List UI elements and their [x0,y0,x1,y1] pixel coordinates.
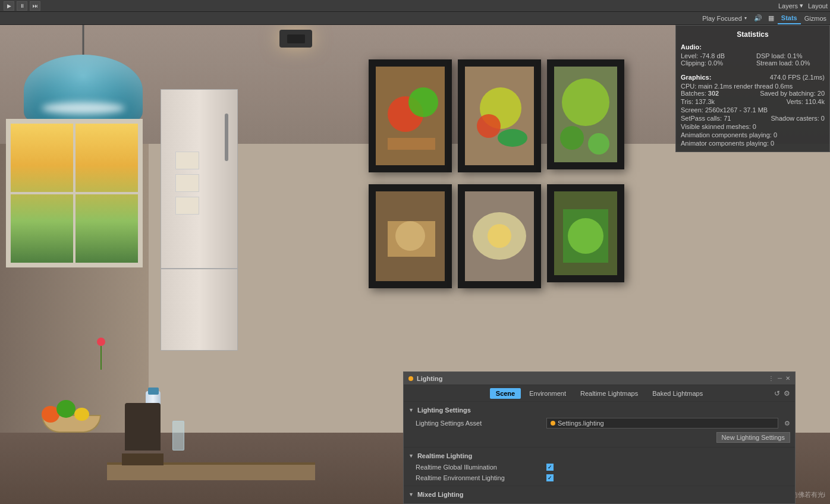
photo-frame-5 [458,184,541,288]
layers-dropdown[interactable]: Layers ▾ [778,2,803,10]
glass [172,421,184,451]
tab-baked-lightmaps[interactable]: Baked Lightmaps [646,388,709,399]
batches-value: 302 [708,90,719,97]
layers-label: Layers [778,2,798,10]
svg-point-14 [395,221,425,251]
realtime-gi-label: Realtime Global Illumination [416,464,546,471]
audio-dsp-load: DSP load: 0.1% [756,52,825,59]
play-focused-button[interactable]: Play Focused ▾ [697,12,752,24]
mixed-lighting-header[interactable]: ▼ Mixed Lighting [408,489,790,500]
titlebar-menu-icon[interactable]: ⋮ [768,375,774,382]
new-lighting-settings-row: New Lighting Settings [408,430,790,445]
fruit-bowl [36,397,107,433]
realtime-env-lighting-label: Realtime Environment Lighting [416,474,546,481]
fridge-magnets [173,149,225,238]
layers-dropdown-arrow: ▾ [800,2,803,10]
realtime-gi-checkbox[interactable]: ✓ [546,464,554,471]
stats-label: Stats [781,14,797,21]
screen-label: Screen: 2560x1267 - 37.1 MB [681,106,825,114]
tab-environment[interactable]: Environment [523,388,572,399]
batches-label: Batches: 302 [681,90,719,97]
mixed-lighting-section: ▼ Mixed Lighting [404,486,795,503]
svg-rect-3 [388,138,435,150]
gizmos-label: Gizmos [804,15,826,22]
tabs-refresh-icon[interactable]: ↺ [774,389,780,398]
realtime-env-lighting-row: Realtime Environment Lighting ✓ [408,472,790,483]
shadow-casters-label: Shadow casters: 0 [771,115,825,122]
titlebar-minimize-icon[interactable]: ─ [778,375,782,382]
window [6,119,143,267]
photo-frame-3 [547,59,624,169]
lighting-asset-value-container: Settings.lighting ⚙ [546,418,790,429]
lighting-tabs: Scene Environment Realtime Lightmaps Bak… [404,385,795,402]
tab-realtime-lightmaps[interactable]: Realtime Lightmaps [574,388,644,399]
photo-frames-bottom [369,184,624,288]
yellow-fruit [74,408,89,421]
photo-frame-6-image [554,191,617,275]
realtime-lighting-header[interactable]: ▼ Realtime Lighting [408,450,790,462]
mixed-lighting-title: Mixed Lighting [417,491,464,498]
lighting-settings-header[interactable]: ▼ Lighting Settings [408,404,790,416]
lamp-dome [24,55,143,126]
lighting-settings-asset-row: Lighting Settings Asset Settings.lightin… [408,416,790,430]
lamp-highlight [42,102,125,114]
photo-frame-3-image [554,67,617,162]
svg-point-10 [560,126,584,150]
playback-controls: ▶ ⏸ ⏭ [4,1,40,11]
tab-scene[interactable]: Scene [490,388,521,399]
audio-icon-btn[interactable]: 🔊 [752,12,765,24]
new-lighting-settings-button[interactable]: New Lighting Settings [716,432,790,443]
titlebar-icons: ⋮ ─ ✕ [768,375,790,382]
tabs-gear-icon[interactable]: ⚙ [784,389,790,398]
titlebar-close-icon[interactable]: ✕ [785,375,790,382]
realtime-lighting-title: Realtime Lighting [417,452,472,459]
layout-label[interactable]: Layout [808,2,828,10]
audio-stats: Level: -74.8 dB DSP load: 0.1% Clipping:… [681,52,825,67]
game-view: Play Focused ▾ 🔊 ▦ Stats Gizmos [0,12,830,504]
asset-filename: Settings.lighting [558,420,604,427]
animator-components-label: Animator components playing: 0 [681,140,825,147]
realtime-env-lighting-checkbox[interactable]: ✓ [546,474,554,481]
realtime-gi-value: ✓ [546,464,790,471]
window-frame-vertical [73,124,76,263]
audio-stream-load: Stream load: 0.0% [756,59,825,67]
fridge-magnet-3 [175,197,199,215]
statistics-title: Statistics [681,30,825,39]
stats-button[interactable]: Stats [778,12,801,24]
svg-point-20 [568,218,603,254]
flower-head [97,338,105,346]
step-button[interactable]: ⏭ [30,1,40,11]
pause-button[interactable]: ⏸ [17,1,27,11]
chair-back [125,403,161,451]
recessed-light [279,30,312,48]
pendant-lamp [24,25,143,126]
fps-label: 474.0 FPS (2.1ms) [770,74,825,81]
lighting-asset-field[interactable]: Settings.lighting [546,418,778,429]
setpass-label: SetPass calls: 71 [681,115,731,122]
flowers [92,338,110,385]
svg-point-7 [498,129,527,147]
audio-level: Level: -74.8 dB [681,52,749,59]
toolbar-right-section: Layers ▾ Layout [778,0,830,11]
top-toolbar: ▶ ⏸ ⏭ Layers ▾ Layout [0,0,830,12]
cpu-label: CPU: main 2.1ms render thread 0.6ms [681,83,825,90]
game-toolbar: Play Focused ▾ 🔊 ▦ Stats Gizmos [0,12,830,25]
visible-skinned-label: Visible skinned meshes: 0 [681,123,825,130]
animation-components-label: Animation components playing: 0 [681,131,825,138]
photo-frame-1 [369,59,452,172]
lighting-title: Lighting [417,375,442,382]
audio-clipping: Clipping: 0.0% [681,59,749,67]
play-button[interactable]: ▶ [4,1,14,11]
lighting-asset-label: Lighting Settings Asset [416,420,546,427]
aspect-ratio-icon-btn[interactable]: ▦ [765,12,778,24]
lighting-panel: Lighting ⋮ ─ ✕ Scene Environment Realtim… [403,371,796,504]
photo-frame-4-image [376,191,445,281]
photo-frame-2 [458,59,541,172]
realtime-env-lighting-value: ✓ [546,474,790,481]
audio-section-title: Audio: [681,43,825,51]
asset-settings-gear-icon[interactable]: ⚙ [784,420,790,427]
lighting-title-dot [408,376,413,381]
lighting-settings-section: ▼ Lighting Settings Lighting Settings As… [404,402,795,448]
saved-by-batching: Saved by batching: 20 [760,90,825,97]
gizmos-button[interactable]: Gizmos [801,12,830,24]
